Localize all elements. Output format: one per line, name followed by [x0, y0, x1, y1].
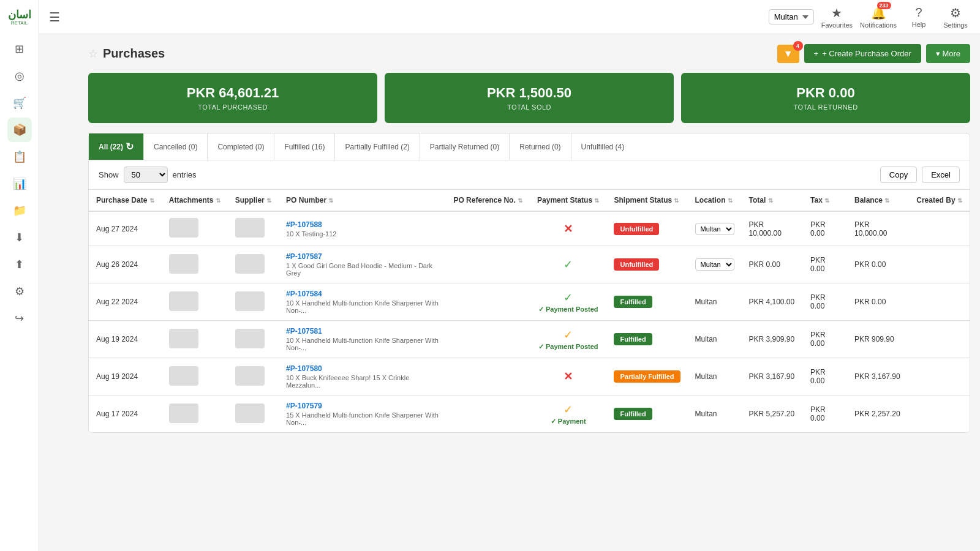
notifications-button[interactable]: 🔔 233 Notifications	[860, 6, 897, 29]
notification-count: 233	[877, 2, 891, 9]
more-button[interactable]: ▾ More	[926, 44, 970, 63]
table-row: Aug 27 2024 #P-107588 10 X Testing-112 ✕…	[89, 211, 970, 246]
supplier-img	[235, 218, 265, 238]
location-select[interactable]: Multan	[695, 258, 734, 271]
cell-tax: PKR 0.00	[803, 321, 847, 358]
cell-attachments	[162, 283, 228, 321]
sidebar-item-uploads[interactable]: ⬆	[7, 252, 32, 277]
po-description: 10 X Handheld Multi-function Knife Sharp…	[286, 337, 439, 351]
tab-completed[interactable]: Completed (0)	[208, 133, 274, 160]
entries-control: Show 50 10 25 100 entries	[99, 167, 197, 183]
cell-balance: PKR 2,257.20	[847, 395, 909, 433]
po-number-link[interactable]: #P-107580	[286, 364, 322, 373]
cell-supplier	[228, 395, 279, 433]
refresh-icon[interactable]: ↻	[126, 141, 134, 152]
tab-partially-returned[interactable]: Partially Returned (0)	[420, 133, 510, 160]
cell-tax: PKR 0.00	[803, 283, 847, 321]
app-logo: اسان RETAIL	[5, 5, 34, 29]
table-row: Aug 19 2024 #P-107580 10 X Buck Knifeeee…	[89, 358, 970, 395]
cell-po-number: #P-107587 1 X Good Girl Gone Bad Hoodie …	[279, 246, 446, 283]
cell-payment-status: ✕	[530, 358, 606, 395]
cell-date: Aug 27 2024	[89, 211, 162, 246]
cell-location: Multan	[688, 358, 742, 395]
col-balance[interactable]: Balance ⇅	[847, 190, 909, 211]
payment-posted-label: ✓ Payment	[551, 418, 586, 425]
entries-select[interactable]: 50 10 25 100	[124, 167, 168, 183]
tab-unfulfilled[interactable]: Unfulfilled (4)	[571, 133, 635, 160]
cell-attachments	[162, 395, 228, 433]
total-sold-amount: PKR 1,500.50	[397, 85, 662, 101]
po-number-link[interactable]: #P-107579	[286, 402, 322, 410]
location-text: Multan	[695, 335, 717, 343]
settings-button[interactable]: ⚙ Settings	[941, 6, 970, 29]
create-purchase-order-button[interactable]: + + Create Purchase Order	[804, 44, 921, 63]
sidebar-item-downloads[interactable]: ⬇	[7, 225, 32, 250]
filter-button[interactable]: ▼ 4	[777, 45, 799, 63]
cell-po-number: #P-107580 10 X Buck Knifeeeee Sharp! 15 …	[279, 358, 446, 395]
sidebar-item-inventory[interactable]: 📦	[7, 118, 32, 142]
tab-cancelled[interactable]: Cancelled (0)	[144, 133, 208, 160]
po-description: 10 X Handheld Multi-function Knife Sharp…	[286, 299, 439, 314]
cell-shipment-status: Unfulfilled	[606, 211, 687, 246]
payment-cross-icon: ✕	[564, 223, 573, 235]
copy-button[interactable]: Copy	[880, 167, 917, 183]
shipment-badge: Unfulfilled	[614, 223, 659, 235]
sidebar-item-logout[interactable]: ↪	[7, 306, 32, 331]
col-shipment-status[interactable]: Shipment Status ⇅	[606, 190, 687, 211]
po-number-link[interactable]: #P-107587	[286, 252, 322, 261]
cell-po-number: #P-107579 15 X Handheld Multi-function K…	[279, 395, 446, 433]
po-number-link[interactable]: #P-107588	[286, 220, 322, 229]
location-text: Multan	[695, 298, 717, 306]
tab-returned[interactable]: Returned (0)	[510, 133, 571, 160]
tab-partially-fulfilled[interactable]: Partially Fulfilled (2)	[335, 133, 420, 160]
col-attachments[interactable]: Attachments ⇅	[162, 190, 228, 211]
col-total[interactable]: Total ⇅	[742, 190, 804, 211]
col-purchase-date[interactable]: Purchase Date ⇅	[89, 190, 162, 211]
col-created-by[interactable]: Created By ⇅	[909, 190, 970, 211]
supplier-img	[235, 366, 265, 386]
attachment-img	[169, 403, 198, 423]
cell-total: PKR 0.00	[742, 246, 804, 283]
col-location[interactable]: Location ⇅	[688, 190, 742, 211]
cell-po-ref	[446, 395, 530, 433]
sidebar-item-charts[interactable]: 📊	[7, 171, 32, 196]
cell-po-ref	[446, 211, 530, 246]
payment-check-icon: ✓	[564, 291, 573, 304]
sidebar-item-dashboard[interactable]: ⊞	[7, 37, 32, 61]
payment-posted-label: ✓ Payment Posted	[538, 343, 598, 351]
col-po-number[interactable]: PO Number ⇅	[279, 190, 446, 211]
shipment-badge: Partially Fulfilled	[614, 370, 680, 383]
total-sold-label: TOTAL SOLD	[397, 103, 662, 111]
po-number-link[interactable]: #P-107584	[286, 290, 322, 298]
supplier-img	[235, 329, 265, 348]
page-header: ☆ Purchases ▼ 4 + + Create Purchase Orde…	[88, 44, 970, 63]
col-po-ref[interactable]: PO Reference No. ⇅	[446, 190, 530, 211]
col-supplier[interactable]: Supplier ⇅	[228, 190, 279, 211]
tab-fulfilled[interactable]: Fulfilled (16)	[274, 133, 335, 160]
sidebar-item-orders[interactable]: 🛒	[7, 91, 32, 115]
favourite-star-icon[interactable]: ☆	[88, 47, 98, 61]
store-selector[interactable]: Multan	[769, 9, 814, 24]
cell-total: PKR 5,257.20	[742, 395, 804, 433]
cell-po-ref	[446, 321, 530, 358]
favourites-button[interactable]: ★ Favourites	[821, 6, 853, 29]
cell-shipment-status: Unfulfilled	[606, 246, 687, 283]
sidebar-item-reports[interactable]: 📋	[7, 144, 32, 169]
cell-balance: PKR 909.90	[847, 321, 909, 358]
cell-location: Multan	[688, 211, 742, 246]
sidebar-item-settings[interactable]: ⚙	[7, 279, 32, 304]
sidebar-item-analytics[interactable]: ◎	[7, 64, 32, 88]
location-select[interactable]: Multan	[695, 223, 734, 235]
help-button[interactable]: ? Help	[904, 6, 933, 28]
cell-tax: PKR 0.00	[803, 211, 847, 246]
sidebar-item-files[interactable]: 📁	[7, 198, 32, 223]
po-number-link[interactable]: #P-107581	[286, 327, 322, 335]
col-payment-status[interactable]: Payment Status ⇅	[530, 190, 606, 211]
page-title: Purchases	[103, 47, 165, 61]
tab-all[interactable]: All (22) ↻	[89, 133, 144, 160]
cell-supplier	[228, 211, 279, 246]
hamburger-icon[interactable]: ☰	[49, 10, 60, 24]
col-tax[interactable]: Tax ⇅	[803, 190, 847, 211]
excel-button[interactable]: Excel	[922, 167, 960, 183]
cell-tax: PKR 0.00	[803, 246, 847, 283]
